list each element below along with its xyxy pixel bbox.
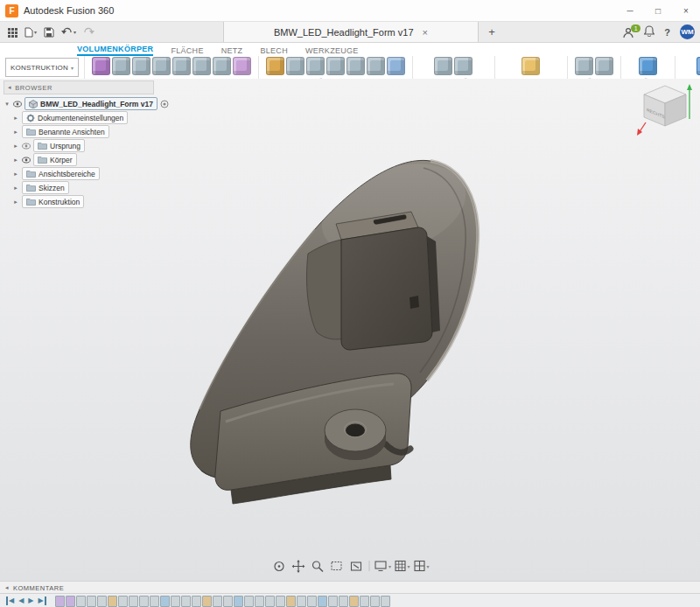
timeline-feature-icon[interactable] xyxy=(160,596,170,607)
tree-row-ansichtsbereiche[interactable]: ▸ Ansichtsbereiche xyxy=(12,168,154,179)
visibility-eye-icon[interactable] xyxy=(22,143,31,150)
timeline-feature-icon[interactable] xyxy=(223,596,233,607)
pan-icon[interactable] xyxy=(290,559,307,573)
timeline-feature-icon[interactable] xyxy=(381,596,390,607)
timeline-feature-icon[interactable] xyxy=(118,596,128,607)
viewport-layout-icon[interactable]: ▾ xyxy=(413,559,430,573)
timeline-feature-icon[interactable] xyxy=(66,596,75,607)
notifications-bell-icon[interactable] xyxy=(644,24,654,40)
konstruktion-dropdown-button[interactable]: KONSTRUKTION ▾ xyxy=(5,58,79,77)
tree-row-benannte-ansichten[interactable]: ▸ Benannte Ansichten xyxy=(12,126,154,137)
tab-netz[interactable]: NETZ xyxy=(221,46,243,56)
zoom-icon[interactable] xyxy=(309,559,326,573)
minimize-button[interactable]: ─ xyxy=(616,0,644,21)
file-menu-icon[interactable]: ▾ xyxy=(21,22,40,42)
sweep-icon[interactable] xyxy=(172,57,191,75)
box-primitive-icon[interactable] xyxy=(112,57,130,75)
undo-icon[interactable]: ▾ xyxy=(58,22,80,42)
browser-header[interactable]: ◂ BROWSER xyxy=(4,80,154,94)
shell-icon[interactable] xyxy=(306,57,325,75)
timeline-feature-icon[interactable] xyxy=(297,596,306,607)
orbit-icon[interactable] xyxy=(270,559,288,573)
section-analysis-icon[interactable] xyxy=(595,57,613,75)
joint-icon[interactable] xyxy=(454,57,472,75)
timeline-feature-icon[interactable] xyxy=(370,596,380,607)
coil-icon[interactable] xyxy=(213,57,231,75)
view-cube[interactable]: RECHTS xyxy=(637,80,693,142)
tree-row-ursprung[interactable]: ▸ Ursprung xyxy=(12,140,154,151)
offset-face-icon[interactable] xyxy=(346,57,365,75)
timeline-feature-icon[interactable] xyxy=(181,596,191,607)
tree-row-skizzen[interactable]: ▸ Skizzen xyxy=(12,182,154,193)
timeline-feature-icon[interactable] xyxy=(360,596,369,607)
expand-triangle-icon[interactable]: ▸ xyxy=(12,199,19,206)
expand-triangle-icon[interactable]: ▸ xyxy=(12,171,19,178)
timeline-feature-icon[interactable] xyxy=(339,596,348,607)
tree-row-root-component[interactable]: ▾ BMW_LED_Headlight_Form v17 xyxy=(4,98,154,109)
timeline-feature-icon[interactable] xyxy=(87,596,96,607)
revolve-icon[interactable] xyxy=(152,57,171,75)
construction-plane-icon[interactable] xyxy=(522,57,540,75)
press-pull-icon[interactable] xyxy=(266,57,284,75)
tree-row-dokumenteneinstellungen[interactable]: ▸ Dokumenteneinstellungen xyxy=(12,112,154,123)
combine-icon[interactable] xyxy=(326,57,345,75)
tab-werkzeuge[interactable]: WERKZEUGE xyxy=(305,46,359,56)
expand-triangle-icon[interactable]: ▸ xyxy=(12,129,19,136)
timeline-feature-icon[interactable] xyxy=(150,596,159,607)
tab-blech[interactable]: BLECH xyxy=(260,46,288,56)
maximize-button[interactable]: □ xyxy=(644,0,672,21)
help-icon[interactable]: ? xyxy=(664,27,670,38)
save-icon[interactable] xyxy=(40,22,58,42)
timeline-feature-icon[interactable] xyxy=(234,596,243,607)
expand-triangle-icon[interactable]: ▸ xyxy=(12,143,19,150)
collapse-comments-icon[interactable]: ◂ xyxy=(5,584,9,591)
tree-row-koerper[interactable]: ▸ Körper xyxy=(12,154,154,165)
comments-bar[interactable]: ◂ KOMMENTARE xyxy=(0,581,700,594)
timeline-feature-icon[interactable] xyxy=(307,596,317,607)
new-component-icon[interactable] xyxy=(434,57,452,75)
timeline-feature-icon[interactable] xyxy=(276,596,285,607)
timeline-feature-icon[interactable] xyxy=(286,596,296,607)
new-tab-button[interactable]: + xyxy=(483,22,500,42)
expand-triangle-icon[interactable]: ▸ xyxy=(12,185,19,192)
document-tab[interactable]: BMW_LED_Headlight_Form v17 × xyxy=(223,22,479,42)
timeline-feature-icon[interactable] xyxy=(202,596,212,607)
tree-row-konstruktion[interactable]: ▸ Konstruktion xyxy=(12,196,154,207)
timeline-feature-icon[interactable] xyxy=(139,596,149,607)
visibility-eye-icon[interactable] xyxy=(13,101,22,108)
redo-icon[interactable] xyxy=(80,22,98,42)
timeline-play-button[interactable]: ▶ xyxy=(28,597,33,605)
close-button[interactable]: × xyxy=(672,0,700,21)
tab-volumenkoerper[interactable]: VOLUMENKÖRPER xyxy=(77,45,153,56)
timeline-feature-icon[interactable] xyxy=(255,596,264,607)
expand-triangle-icon[interactable]: ▸ xyxy=(12,115,19,122)
display-settings-icon[interactable]: ▾ xyxy=(374,559,392,573)
timeline-feature-icon[interactable] xyxy=(171,596,180,607)
move-copy-icon[interactable] xyxy=(387,57,405,75)
timeline-feature-icon[interactable] xyxy=(265,596,275,607)
profile-avatar[interactable]: WM xyxy=(680,24,695,39)
document-tab-close-icon[interactable]: × xyxy=(423,27,428,38)
fillet-icon[interactable] xyxy=(286,57,304,75)
timeline-feature-icon[interactable] xyxy=(108,596,117,607)
loft-icon[interactable] xyxy=(192,57,211,75)
timeline-feature-icon[interactable] xyxy=(328,596,338,607)
timeline-skip-start-button[interactable]: ◀ xyxy=(6,597,14,605)
split-body-icon[interactable] xyxy=(367,57,385,75)
job-status-icon[interactable]: 1 xyxy=(622,26,634,38)
expand-triangle-icon[interactable]: ▾ xyxy=(4,101,10,108)
timeline-feature-icon[interactable] xyxy=(318,596,327,607)
timeline-feature-icon[interactable] xyxy=(349,596,359,607)
tab-flaeche[interactable]: FLÄCHE xyxy=(171,46,203,56)
timeline-feature-icon[interactable] xyxy=(244,596,254,607)
select-icon[interactable] xyxy=(696,57,700,75)
grid-settings-icon[interactable]: ▾ xyxy=(394,559,411,573)
data-panel-grid-icon[interactable] xyxy=(4,22,21,42)
timeline-feature-icon[interactable] xyxy=(97,596,107,607)
measure-icon[interactable] xyxy=(575,57,593,75)
activate-component-radio[interactable] xyxy=(160,96,169,112)
timeline-feature-icon[interactable] xyxy=(55,596,65,607)
visibility-eye-icon[interactable] xyxy=(22,157,31,164)
zoom-window-icon[interactable] xyxy=(328,559,346,573)
pattern-icon[interactable] xyxy=(233,57,251,75)
